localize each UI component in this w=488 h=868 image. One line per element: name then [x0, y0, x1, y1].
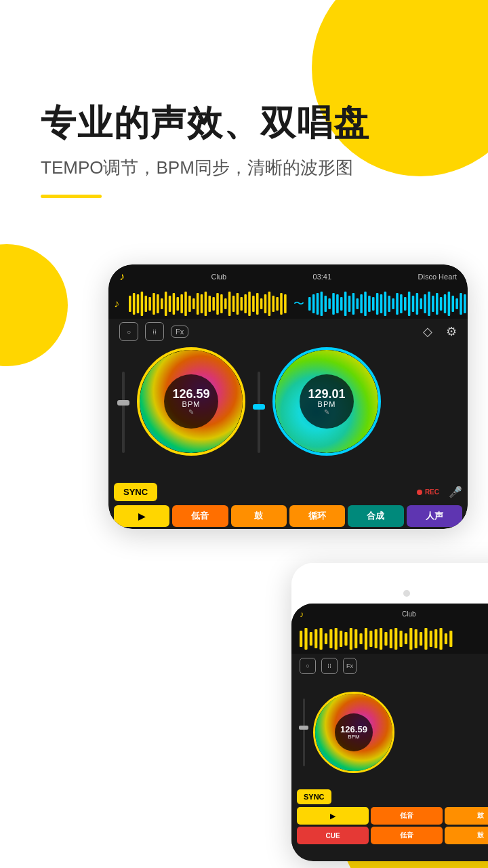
- small-fx-button[interactable]: Fx: [343, 658, 357, 674]
- svg-rect-104: [420, 632, 422, 646]
- svg-rect-59: [384, 292, 387, 316]
- svg-rect-52: [357, 298, 359, 309]
- small-fader[interactable]: [297, 698, 310, 766]
- svg-rect-22: [216, 293, 219, 315]
- svg-rect-98: [390, 629, 392, 648]
- pad-drum-1[interactable]: 鼓: [231, 505, 287, 527]
- svg-rect-86: [329, 629, 332, 648]
- left-bpm-label: BPM: [182, 400, 201, 408]
- svg-rect-8: [161, 298, 163, 309]
- pad-vocal-1[interactable]: 人声: [407, 505, 462, 527]
- waveform-left: ♪: [108, 289, 288, 319]
- diamond-icon: ◇: [423, 324, 432, 339]
- left-turntable[interactable]: 126.59 BPM ✎: [137, 347, 245, 456]
- small-pad-drum[interactable]: 鼓: [445, 807, 488, 825]
- dj-waveforms: ♪: [108, 289, 468, 319]
- blob-left-middle: [0, 244, 68, 366]
- small-bpm-label: BPM: [348, 734, 359, 740]
- svg-rect-70: [428, 292, 430, 316]
- svg-rect-79: [464, 294, 466, 313]
- svg-rect-49: [344, 292, 347, 316]
- small-pad-bass-2[interactable]: 低音: [371, 827, 443, 844]
- svg-rect-26: [232, 296, 235, 312]
- right-turntable[interactable]: 129.01 BPM ✎: [272, 347, 381, 456]
- svg-rect-50: [348, 296, 351, 312]
- svg-rect-88: [340, 631, 342, 647]
- small-turntable[interactable]: 126.59 BPM: [313, 692, 394, 773]
- phone-mockup-2: ♪ Club: [291, 563, 488, 861]
- small-pad-bass[interactable]: 低音: [371, 807, 443, 825]
- waveform-right-svg: [308, 289, 468, 319]
- svg-rect-64: [404, 297, 407, 311]
- svg-rect-41: [312, 294, 315, 313]
- pad-bass-1[interactable]: 低音: [172, 505, 228, 527]
- left-turntable-center: 126.59 BPM ✎: [164, 374, 218, 429]
- dj-bottom: SYNC REC 🎤 ▶ 低音 鼓 循环 合成 人声: [108, 480, 468, 529]
- small-eq-button[interactable]: ○: [300, 658, 316, 674]
- svg-rect-28: [241, 297, 243, 311]
- svg-rect-109: [445, 633, 447, 644]
- svg-rect-69: [424, 294, 426, 313]
- svg-rect-85: [325, 633, 327, 644]
- svg-rect-99: [394, 628, 397, 650]
- small-bpm-value: 126.59: [340, 725, 367, 734]
- svg-rect-82: [310, 632, 312, 646]
- dj-decks: 126.59 BPM ✎: [108, 344, 468, 480]
- svg-rect-23: [220, 294, 223, 313]
- svg-rect-35: [268, 292, 271, 316]
- svg-rect-53: [360, 294, 363, 313]
- svg-rect-77: [455, 298, 458, 309]
- svg-rect-68: [420, 298, 423, 309]
- dj-time: 03:41: [313, 273, 332, 281]
- eq-circle-button[interactable]: ○: [119, 322, 138, 341]
- track-name-left: Club: [211, 273, 226, 281]
- pad-synth-1[interactable]: 合成: [348, 505, 403, 527]
- center-fader-thumb: [253, 404, 265, 410]
- music-note-icon-2: ♪: [300, 609, 304, 619]
- mixer-button[interactable]: ⁞⁞: [145, 322, 164, 341]
- music-note-waveform-icon: ♪: [114, 298, 119, 310]
- svg-rect-83: [314, 629, 317, 648]
- microphone-icon[interactable]: 🎤: [449, 486, 462, 498]
- svg-rect-87: [335, 628, 338, 650]
- phone2-white-top: [291, 563, 488, 604]
- left-turntable-outer: 126.59 BPM ✎: [137, 347, 245, 456]
- music-note-icon: ♪: [119, 271, 125, 283]
- svg-rect-55: [368, 296, 371, 312]
- phone-mockup-2-container: ♪ Club: [291, 563, 488, 861]
- small-pad-cue[interactable]: CUE: [297, 827, 369, 844]
- small-pad-drum-2[interactable]: 鼓: [445, 827, 488, 844]
- svg-rect-47: [336, 294, 339, 313]
- svg-rect-13: [180, 294, 183, 313]
- svg-rect-101: [405, 633, 407, 644]
- svg-rect-63: [400, 294, 403, 313]
- left-bpm-edit-icon: ✎: [188, 408, 194, 416]
- dj-controls-row: ○ ⁞⁞ Fx ◇ ⚙: [108, 319, 468, 344]
- svg-rect-65: [408, 292, 411, 316]
- right-bpm-label: BPM: [318, 400, 336, 408]
- rec-label: REC: [425, 488, 439, 496]
- center-fader[interactable]: [249, 347, 268, 477]
- svg-rect-73: [440, 297, 443, 311]
- right-turntable-center: 129.01 BPM ✎: [300, 374, 354, 429]
- fx-button[interactable]: Fx: [171, 326, 188, 338]
- svg-rect-16: [192, 298, 195, 309]
- rec-dot: [417, 490, 422, 495]
- left-fader[interactable]: [114, 347, 133, 477]
- pad-loop-1[interactable]: 循环: [289, 505, 345, 527]
- svg-rect-78: [460, 293, 462, 315]
- svg-rect-10: [169, 296, 171, 312]
- svg-rect-51: [352, 293, 355, 315]
- sync-button[interactable]: SYNC: [114, 483, 157, 501]
- svg-rect-66: [412, 296, 415, 312]
- pad-play[interactable]: ▶: [114, 505, 169, 527]
- svg-rect-44: [325, 296, 327, 312]
- svg-rect-25: [228, 292, 231, 316]
- svg-rect-31: [252, 296, 255, 312]
- svg-rect-24: [224, 298, 227, 309]
- small-sync-button[interactable]: SYNC: [297, 789, 331, 804]
- svg-rect-110: [449, 631, 452, 647]
- left-bpm-value: 126.59: [172, 388, 209, 400]
- small-pad-play[interactable]: ▶: [297, 807, 369, 825]
- small-mixer-button[interactable]: ⁞⁞: [321, 658, 338, 674]
